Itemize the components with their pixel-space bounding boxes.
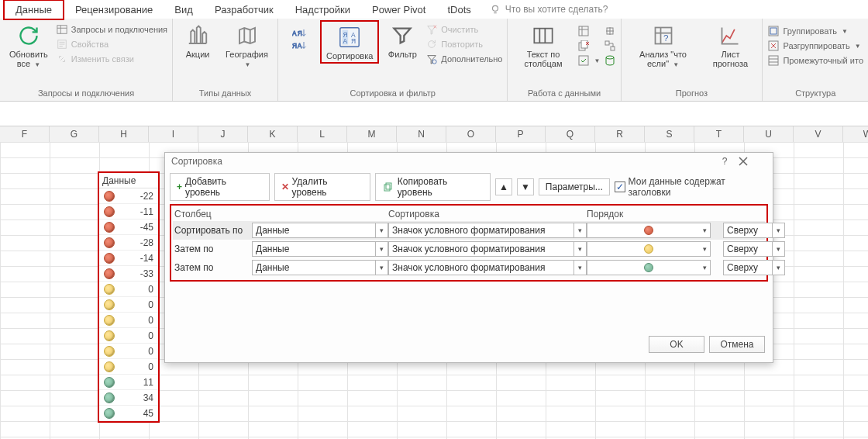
flash-fill-button[interactable] [577, 25, 601, 37]
consolidate-button[interactable] [604, 25, 616, 37]
group-rows-button[interactable]: Группировать ▼ [767, 25, 863, 37]
sort-field-select[interactable]: Данные [252, 241, 376, 257]
stocks-button[interactable]: Акции [177, 20, 218, 60]
column-header[interactable]: M [347, 126, 397, 143]
column-header[interactable]: G [50, 126, 99, 143]
dropdown-button[interactable]: ▾ [376, 241, 388, 257]
advanced-filter-button[interactable]: Дополнительно [425, 53, 502, 65]
tab-developer[interactable]: Разработчик [204, 1, 284, 19]
table-row[interactable]: 0 [99, 313, 158, 328]
tab-data[interactable]: Данные [3, 0, 64, 20]
tab-tdots[interactable]: tDots [436, 1, 481, 19]
table-row[interactable]: -11 [99, 204, 158, 220]
data-header-cell[interactable]: Данные [99, 173, 158, 188]
sort-icon-select[interactable]: ▾ [587, 241, 711, 257]
dropdown-button[interactable]: ▾ [773, 241, 785, 257]
tab-powerpivot[interactable]: Power Pivot [361, 1, 436, 19]
delete-level-button[interactable]: ✕Удалить уровень [274, 173, 370, 201]
dropdown-button[interactable]: ▾ [574, 223, 587, 238]
table-row[interactable]: 0 [99, 359, 158, 375]
text-to-columns-button[interactable]: Текст по столбцам [512, 20, 574, 70]
table-row[interactable]: -14 [99, 251, 158, 266]
tab-addins[interactable]: Надстройки [284, 1, 361, 19]
sort-icon-select[interactable]: ▾ [587, 223, 711, 238]
table-row[interactable]: 0 [99, 297, 158, 313]
table-row[interactable]: 0 [99, 344, 158, 359]
ok-button[interactable]: OK [649, 336, 704, 353]
column-header[interactable]: R [595, 126, 645, 143]
filter-button[interactable]: Фильтр [382, 20, 422, 60]
table-row[interactable]: 11 [99, 375, 158, 390]
copy-level-button[interactable]: Копировать уровень [375, 173, 491, 201]
queries-connections-button[interactable]: Запросы и подключения [56, 23, 167, 36]
move-up-button[interactable]: ▲ [495, 178, 512, 195]
dropdown-button[interactable]: ▾ [574, 241, 587, 257]
table-row[interactable]: -45 [99, 220, 158, 235]
column-header[interactable]: Q [546, 126, 595, 143]
column-header[interactable]: N [397, 126, 446, 143]
subtotal-button[interactable]: Промежуточный ито [767, 54, 863, 67]
sort-icon-select[interactable]: ▾ [587, 260, 711, 275]
column-header[interactable]: U [744, 126, 794, 143]
table-row[interactable]: -28 [99, 235, 158, 251]
geography-button[interactable]: География ▼ [221, 20, 273, 71]
table-row[interactable]: -22 [99, 188, 158, 204]
headers-checkbox[interactable]: ✓ Мои данные содержат заголовки [615, 176, 768, 198]
dialog-help-button[interactable]: ? [711, 156, 739, 167]
sort-on-select[interactable]: Значок условного форматирования [388, 260, 574, 275]
whatif-button[interactable]: ? Анализ "что если" ▼ [626, 20, 701, 71]
table-row[interactable]: 34 [99, 390, 158, 406]
column-header[interactable]: V [794, 126, 843, 143]
sort-field-select[interactable]: Данные [252, 260, 376, 275]
refresh-all-button[interactable]: Обновить все ▼ [5, 20, 53, 71]
sort-level-row[interactable]: Затем поДанные▾Значок условного форматир… [173, 258, 765, 277]
column-header[interactable]: O [446, 126, 496, 143]
table-row[interactable]: 0 [99, 328, 158, 344]
table-row[interactable]: -33 [99, 266, 158, 282]
table-row[interactable]: 45 [99, 406, 158, 421]
column-header[interactable]: J [198, 126, 248, 143]
column-header[interactable]: P [496, 126, 546, 143]
dropdown-button[interactable]: ▾ [376, 223, 388, 238]
dialog-close-button[interactable] [739, 157, 766, 166]
column-header[interactable]: K [248, 126, 298, 143]
forecast-sheet-button[interactable]: Лист прогноза [704, 20, 758, 70]
dropdown-button[interactable]: ▾ [773, 223, 785, 238]
column-header[interactable]: S [645, 126, 694, 143]
sort-field-select[interactable]: Данные [252, 223, 376, 238]
clear-filter-button[interactable]: Очистить [425, 23, 502, 36]
ungroup-button[interactable]: Разгруппировать ▼ [767, 40, 863, 52]
data-validation-button[interactable]: ▼ [577, 54, 601, 67]
column-header[interactable]: I [149, 126, 198, 143]
sort-az-za-button[interactable]: AЯ ЯA [283, 20, 317, 57]
tab-review[interactable]: Рецензирование [64, 1, 164, 19]
manage-data-model-button[interactable] [604, 54, 616, 67]
column-header[interactable]: W [843, 126, 868, 143]
sort-on-select[interactable]: Значок условного форматирования [388, 223, 574, 238]
move-down-button[interactable]: ▼ [517, 178, 534, 195]
sort-level-row[interactable]: Затем поДанные▾Значок условного форматир… [173, 240, 765, 258]
sort-options-button[interactable]: Параметры... [539, 178, 610, 195]
sort-on-select[interactable]: Значок условного форматирования [388, 241, 574, 257]
reapply-button[interactable]: Повторить [425, 38, 502, 50]
sort-button[interactable]: ЯААЯ Сортировка [320, 20, 379, 64]
dropdown-button[interactable]: ▾ [773, 260, 785, 275]
dropdown-button[interactable]: ▾ [376, 260, 388, 275]
sort-order-select[interactable]: Сверху [723, 241, 773, 257]
relationships-button[interactable] [604, 40, 616, 52]
add-level-button[interactable]: +Добавить уровень [170, 173, 270, 201]
column-header[interactable]: L [298, 126, 347, 143]
cancel-button[interactable]: Отмена [709, 336, 765, 353]
sort-order-select[interactable]: Сверху [723, 260, 773, 275]
table-row[interactable]: 0 [99, 282, 158, 297]
sort-level-row[interactable]: Сортировать поДанные▾Значок условного фо… [173, 221, 765, 240]
column-header[interactable]: F [0, 126, 50, 143]
dropdown-button[interactable]: ▾ [574, 260, 587, 275]
properties-button[interactable]: Свойства [56, 38, 167, 50]
remove-duplicates-button[interactable] [577, 40, 601, 52]
sort-order-select[interactable]: Сверху [723, 223, 773, 238]
tell-me-search[interactable]: Что вы хотите сделать? [490, 4, 608, 15]
column-header[interactable]: T [694, 126, 744, 143]
tab-view[interactable]: Вид [164, 1, 204, 19]
edit-links-button[interactable]: Изменить связи [56, 53, 167, 65]
